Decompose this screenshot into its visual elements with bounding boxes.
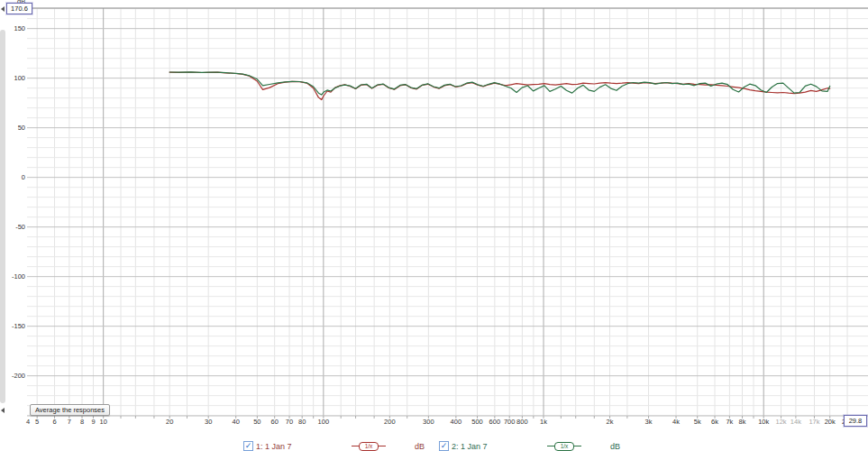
x-tick-label: 14k	[790, 418, 801, 426]
x-tick-label: 6k	[711, 418, 718, 426]
x-tick-label: 600	[489, 418, 501, 426]
y-tick-label: 150	[14, 24, 25, 32]
x-tick-label: 50	[253, 418, 260, 426]
x-tick-label: 7	[68, 418, 71, 426]
trace-wire	[352, 446, 359, 446]
x-tick-label: 40	[233, 418, 240, 426]
y-tick-label: -150	[12, 322, 25, 330]
x-tick-label: 3k	[645, 418, 653, 426]
x-tick-label: 60	[271, 418, 279, 426]
x-tick-label: 10k	[758, 418, 769, 426]
legend-item: ✓2: 1 Jan 71/xdB	[439, 439, 628, 451]
x-tick-label: 5	[35, 418, 39, 426]
x-tick-label: 500	[471, 418, 483, 426]
trace-1	[169, 72, 830, 100]
x-tick-label: 700	[504, 418, 516, 426]
x-tick-label: 200	[384, 418, 396, 426]
traces	[169, 72, 830, 100]
measurement-checkbox[interactable]: ✓	[243, 441, 253, 451]
average-responses-button[interactable]: Average the responses	[30, 404, 110, 416]
x-tick-label: 100	[318, 418, 330, 426]
x-tick-label: 4k	[672, 418, 680, 426]
y-axis-top-limit-input[interactable]: 170.6	[6, 3, 32, 14]
unit-label: dB	[610, 442, 620, 451]
x-tick-label: 20	[166, 418, 173, 426]
trace-wire	[574, 446, 581, 446]
x-tick-label: 8	[80, 418, 84, 426]
x-tick-label: 30	[205, 418, 212, 426]
x-tick-label: 4	[26, 418, 30, 426]
x-tick-label: 17k	[809, 418, 819, 426]
legend-item: ✓1: 1 Jan 71/xdB	[243, 439, 433, 451]
x-tick-label: 800	[516, 418, 528, 426]
y-tick-label: 100	[14, 74, 25, 82]
y-tick-label: -50	[15, 223, 25, 231]
x-tick-label: 8k	[739, 418, 746, 426]
trace-pill-label: 1/x	[359, 442, 379, 451]
x-tick-label: 7k	[726, 418, 733, 426]
axis-pan-left-top-icon[interactable]	[1, 6, 5, 12]
x-tick-label: 6	[52, 418, 56, 426]
trace-wire	[547, 446, 554, 446]
axis-pan-left-bottom-icon[interactable]	[1, 408, 5, 413]
y-tick-label: 50	[18, 124, 25, 132]
trace-2	[169, 72, 830, 95]
x-tick-label: 70	[286, 418, 293, 426]
x-tick-label: 400	[451, 418, 462, 426]
unit-label: dB	[415, 442, 425, 451]
x-tick-label: 12k	[775, 418, 786, 426]
horizontal-scrollbar	[0, 429, 868, 439]
trace-wire	[379, 446, 386, 446]
y-tick-label: -100	[12, 272, 25, 281]
trace-pill-label: 1/x	[554, 442, 574, 451]
measurement-label[interactable]: 2: 1 Jan 7	[452, 442, 488, 451]
x-tick-label: 10	[100, 418, 107, 426]
grid-minor	[27, 8, 868, 416]
x-tick-label: 1k	[540, 418, 547, 426]
x-tick-label: 2k	[607, 418, 614, 426]
measurement-label[interactable]: 1: 1 Jan 7	[256, 442, 292, 451]
measurement-legend: ✓1: 1 Jan 71/xdB✓2: 1 Jan 71/xdB	[240, 439, 868, 451]
trace-1x-icon[interactable]: 1/x	[352, 442, 386, 451]
trace-1x-icon[interactable]: 1/x	[547, 442, 581, 451]
x-tick-label: 80	[298, 418, 306, 426]
x-tick-label: 9	[91, 418, 95, 426]
measurement-checkbox[interactable]: ✓	[439, 441, 449, 451]
x-tick-label: 20k	[825, 418, 836, 426]
x-tick-label: 5k	[694, 418, 701, 426]
spl-graph[interactable]: 4567891020304050607080100200300400500600…	[0, 0, 868, 451]
x-axis-right-limit-input[interactable]: 29.8	[844, 415, 867, 427]
y-tick-label: 0	[22, 173, 25, 181]
y-tick-label: -200	[12, 372, 25, 380]
x-tick-label: 300	[423, 418, 434, 426]
vertical-scrollbar[interactable]	[0, 30, 5, 403]
